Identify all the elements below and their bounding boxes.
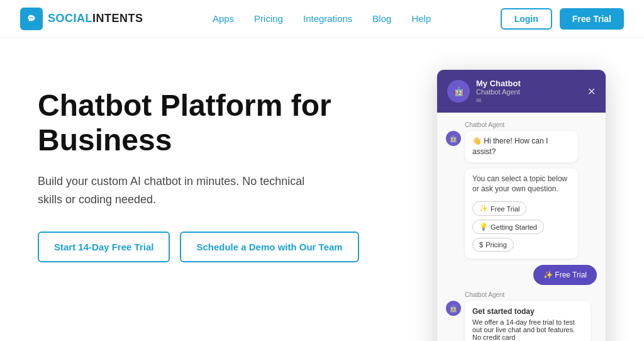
chat-widget: 🤖 My Chatbot Chatbot Agent ✉ ✕ Chatbot A… <box>436 69 606 341</box>
main-content: Chatbot Platform for Business Build your… <box>0 38 644 341</box>
topic-free-trial[interactable]: ✨ Free Trial <box>472 201 526 216</box>
chat-bot-role: Chatbot Agent <box>476 88 521 96</box>
chat-reply-bubble: Get started today We offer a 14-day free… <box>465 301 591 341</box>
chat-close-icon[interactable]: ✕ <box>587 86 596 98</box>
start-trial-button[interactable]: Start 14-Day Free Trial <box>38 232 170 262</box>
chat-intro-row: You can select a topic below or ask your… <box>446 169 597 259</box>
chat-header: 🤖 My Chatbot Chatbot Agent ✉ ✕ <box>437 70 606 113</box>
topic-trial-label: Free Trial <box>491 205 519 213</box>
chat-bot-email: ✉ <box>476 97 521 104</box>
chat-bot-name: My Chatbot <box>476 79 521 88</box>
chat-intro-bubble: You can select a topic below or ask your… <box>465 169 578 259</box>
hero-section: Chatbot Platform for Business Build your… <box>38 75 436 262</box>
bot-icon-1: 🤖 <box>446 131 461 146</box>
user-message-row: ✨ Free Trial <box>446 265 597 285</box>
chat-greeting-row: 🤖 👋 Hi there! How can I assist? <box>446 131 597 162</box>
chat-header-info: My Chatbot Chatbot Agent ✉ <box>476 79 521 104</box>
chat-topic-buttons: ✨ Free Trial 💡 Getting Started <box>472 199 570 254</box>
reply-title: Get started today <box>472 307 583 316</box>
schedule-demo-button[interactable]: Schedule a Demo with Our Team <box>180 232 358 262</box>
topic-pricing-label: Pricing <box>486 241 507 249</box>
header: SOCIALINTENTS Apps Pricing Integrations … <box>0 0 644 38</box>
bot-icon-2: 🤖 <box>446 301 461 316</box>
topic-pricing-icon: $ <box>479 241 483 249</box>
svg-point-2 <box>31 17 32 18</box>
topic-trial-icon: ✨ <box>479 204 488 213</box>
topic-start-icon: 💡 <box>479 223 488 231</box>
topic-getting-started[interactable]: 💡 Getting Started <box>472 220 544 234</box>
chat-greeting-text: 👋 Hi there! How can I assist? <box>472 137 548 156</box>
free-trial-button[interactable]: Free Trial <box>560 8 624 30</box>
hero-title: Chatbot Platform for Business <box>38 88 436 157</box>
nav-apps[interactable]: Apps <box>213 13 234 24</box>
chat-intro-text: You can select a topic below or ask your… <box>472 174 570 195</box>
main-nav: Apps Pricing Integrations Blog Help <box>213 13 431 24</box>
svg-point-3 <box>32 17 33 18</box>
header-actions: Login Free Trial <box>501 8 624 30</box>
reply-body: We offer a 14-day free trial to test out… <box>472 318 575 341</box>
hero-buttons: Start 14-Day Free Trial Schedule a Demo … <box>38 232 436 262</box>
login-button[interactable]: Login <box>501 8 552 30</box>
agent-label-1: Chatbot Agent <box>465 121 597 128</box>
chat-body: Chatbot Agent 🤖 👋 Hi there! How can I as… <box>437 113 606 341</box>
logo-text-normal: SOCIAL <box>48 12 92 25</box>
hero-title-line1: Chatbot Platform for <box>38 89 331 122</box>
logo-text-bold: INTENTS <box>92 12 143 25</box>
nav-blog[interactable]: Blog <box>372 13 391 24</box>
chat-header-left: 🤖 My Chatbot Chatbot Agent ✉ <box>447 79 521 104</box>
logo-icon <box>20 8 43 30</box>
topic-start-label: Getting Started <box>491 223 537 231</box>
nav-help[interactable]: Help <box>411 13 431 24</box>
svg-point-1 <box>30 17 31 18</box>
user-bubble: ✨ Free Trial <box>533 265 597 285</box>
chat-greeting-bubble: 👋 Hi there! How can I assist? <box>465 131 578 162</box>
nav-pricing[interactable]: Pricing <box>254 13 283 24</box>
hero-title-line2: Business <box>38 123 172 157</box>
topic-pricing[interactable]: $ Pricing <box>472 238 514 252</box>
hero-subtitle: Build your custom AI chatbot in minutes.… <box>38 172 314 209</box>
chat-avatar: 🤖 <box>447 80 470 103</box>
agent-label-2: Chatbot Agent <box>465 291 597 298</box>
logo: SOCIALINTENTS <box>20 8 143 30</box>
chat-reply-row: 🤖 Get started today We offer a 14-day fr… <box>446 301 597 341</box>
logo-text: SOCIALINTENTS <box>48 12 143 25</box>
nav-integrations[interactable]: Integrations <box>303 13 352 24</box>
